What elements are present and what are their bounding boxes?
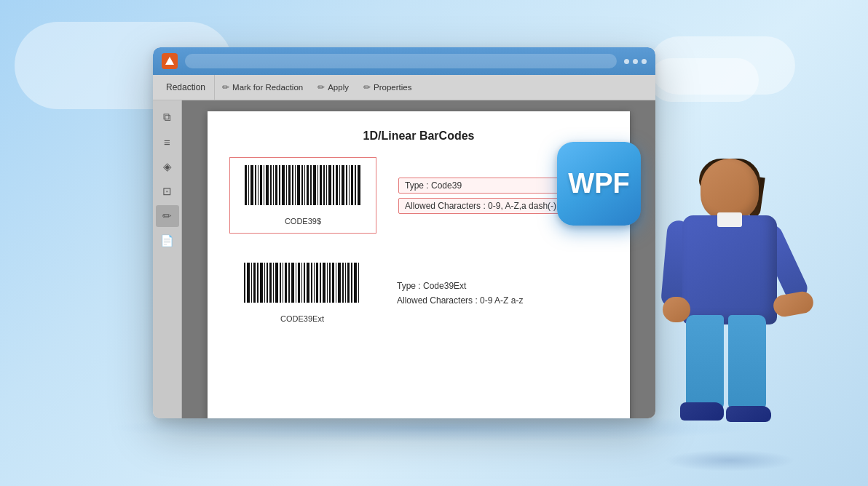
svg-rect-39	[251, 263, 252, 303]
barcode-label-code39: CODE39$	[285, 217, 321, 226]
char-shoe-right	[726, 406, 771, 422]
svg-rect-43	[264, 263, 265, 303]
svg-rect-46	[273, 263, 274, 303]
sidebar-btn-copy[interactable]: ⧉	[156, 106, 179, 128]
svg-rect-8	[270, 165, 272, 205]
char-pants-left	[686, 315, 724, 410]
char-shoe-left	[680, 402, 724, 421]
title-bar-dot-2	[633, 59, 638, 64]
wpf-badge-text: WPF	[568, 168, 629, 199]
svg-rect-20	[307, 165, 309, 205]
sidebar-btn-crop[interactable]: ⊡	[156, 180, 179, 202]
sidebar-btn-list[interactable]: ≡	[156, 131, 179, 153]
svg-rect-11	[279, 165, 280, 205]
apply-button[interactable]: ✏ Apply	[310, 75, 356, 100]
svg-rect-64	[329, 263, 331, 303]
svg-rect-21	[310, 165, 312, 205]
sidebar-btn-pen[interactable]: ✏	[156, 205, 179, 227]
svg-rect-67	[338, 263, 341, 303]
barcode-container-code39: CODE39$	[229, 157, 376, 234]
svg-rect-0	[245, 165, 247, 205]
svg-rect-13	[286, 165, 287, 205]
svg-rect-26	[326, 165, 327, 205]
svg-rect-7	[266, 165, 269, 205]
svg-rect-14	[288, 165, 291, 205]
svg-rect-6	[264, 165, 264, 205]
svg-rect-38	[247, 263, 250, 303]
properties-button[interactable]: ✏ Properties	[356, 75, 419, 100]
svg-rect-36	[358, 165, 360, 205]
svg-rect-12	[282, 165, 285, 205]
app-window: Redaction ✏ Mark for Redaction ✏ Apply ✏…	[153, 47, 655, 418]
svg-rect-17	[297, 165, 300, 205]
svg-rect-44	[267, 263, 268, 303]
svg-rect-45	[269, 263, 272, 303]
toolbar: Redaction ✏ Mark for Redaction ✏ Apply ✏…	[153, 75, 655, 100]
svg-rect-56	[304, 263, 305, 303]
svg-rect-40	[253, 263, 256, 303]
svg-rect-5	[260, 165, 262, 205]
svg-rect-35	[355, 165, 356, 205]
barcode-info-code39ext: Type : Code39Ext Allowed Characters : 0-…	[397, 281, 523, 306]
barcode-chars-code39ext: Allowed Characters : 0-9 A-Z a-z	[397, 295, 523, 306]
svg-rect-27	[328, 165, 331, 205]
barcode-label-code39ext: CODE39Ext	[280, 314, 324, 323]
svg-rect-53	[296, 263, 296, 303]
char-hand-right	[772, 290, 815, 318]
char-head	[701, 159, 759, 220]
title-bar-search-bar	[185, 54, 617, 68]
apply-icon: ✏	[317, 82, 325, 92]
svg-rect-70	[347, 263, 350, 303]
svg-rect-72	[354, 263, 357, 303]
svg-rect-10	[275, 165, 277, 205]
svg-rect-23	[317, 165, 318, 205]
barcode-svg-code39ext	[240, 263, 364, 310]
char-neck	[717, 212, 742, 227]
svg-rect-19	[304, 165, 305, 205]
svg-rect-62	[323, 263, 326, 303]
svg-rect-42	[260, 263, 263, 303]
mark-redaction-icon: ✏	[222, 82, 229, 92]
mark-redaction-button[interactable]: ✏ Mark for Redaction	[215, 75, 310, 100]
svg-rect-58	[311, 263, 312, 303]
svg-rect-25	[323, 165, 325, 205]
svg-rect-48	[280, 263, 281, 303]
toolbar-section-redaction: Redaction	[160, 75, 215, 100]
barcode-info-code39: Type : Code39 Allowed Characters : 0-9, …	[398, 178, 580, 214]
acrobat-icon-svg	[165, 56, 175, 66]
barcode-type-code39: Type : Code39	[398, 178, 580, 194]
barcode-container-code39ext: CODE39Ext	[229, 255, 375, 330]
svg-rect-16	[295, 165, 296, 205]
svg-rect-9	[273, 165, 274, 205]
svg-rect-41	[257, 263, 259, 303]
svg-rect-15	[292, 165, 293, 205]
svg-rect-3	[255, 165, 256, 205]
title-bar-controls	[624, 59, 647, 64]
title-bar	[153, 47, 655, 75]
svg-rect-30	[339, 165, 340, 205]
svg-rect-61	[320, 263, 321, 303]
svg-rect-22	[313, 165, 316, 205]
sidebar-btn-doc[interactable]: 📄	[156, 230, 179, 252]
svg-rect-51	[288, 263, 290, 303]
svg-rect-69	[345, 263, 346, 303]
svg-rect-63	[327, 263, 328, 303]
properties-label: Properties	[374, 83, 411, 92]
svg-rect-29	[336, 165, 338, 205]
svg-rect-33	[349, 165, 350, 205]
svg-rect-31	[342, 165, 344, 205]
mark-redaction-label: Mark for Redaction	[232, 83, 303, 92]
title-bar-dot-1	[624, 59, 629, 64]
svg-rect-54	[298, 263, 300, 303]
svg-rect-47	[275, 263, 278, 303]
svg-rect-49	[283, 263, 283, 303]
svg-rect-2	[250, 165, 253, 205]
character	[657, 159, 802, 464]
wpf-badge: WPF	[557, 142, 641, 226]
svg-rect-18	[301, 165, 303, 205]
cloud-right-2	[650, 58, 759, 102]
svg-rect-55	[301, 263, 302, 303]
svg-rect-34	[351, 165, 353, 205]
sidebar-btn-layers[interactable]: ◈	[156, 156, 179, 178]
barcode-section-code39: CODE39$ Type : Code39 Allowed Characters…	[229, 157, 608, 234]
